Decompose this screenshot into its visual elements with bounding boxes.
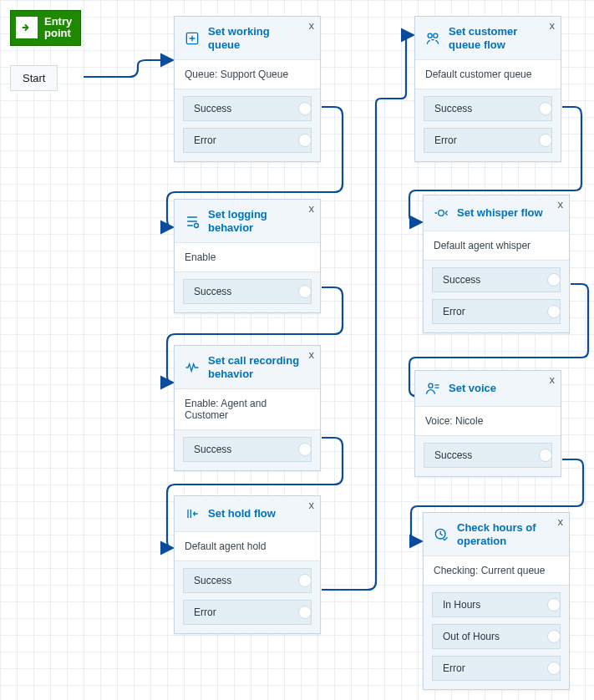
svg-point-2 [434, 33, 438, 38]
block-set-working-queue[interactable]: x Set working queue Queue: Support Queue… [174, 16, 321, 162]
waveform-icon [183, 358, 201, 377]
block-subtitle: Default agent hold [175, 531, 320, 561]
block-title: Set whisper flow [457, 206, 543, 220]
block-check-hours-of-operation[interactable]: x Check hours of operation Checking: Cur… [423, 512, 570, 690]
close-icon[interactable]: x [309, 348, 315, 361]
hold-arrow-icon [183, 505, 201, 523]
block-subtitle: Enable [175, 242, 320, 272]
output-success[interactable]: Success [183, 279, 312, 304]
output-success[interactable]: Success [183, 96, 312, 121]
svg-point-4 [439, 211, 444, 216]
start-output[interactable]: Start [10, 65, 58, 91]
output-success[interactable]: Success [432, 267, 561, 292]
voice-person-icon [424, 379, 442, 398]
output-in-hours[interactable]: In Hours [432, 592, 561, 617]
block-subtitle: Enable: Agent and Customer [175, 388, 320, 430]
block-title: Set hold flow [208, 507, 276, 520]
output-error[interactable]: Error [432, 656, 561, 681]
output-error[interactable]: Error [432, 299, 561, 324]
block-title: Check hours of operation [457, 521, 552, 547]
block-set-whisper-flow[interactable]: x Set whisper flow Default agent whisper… [423, 195, 570, 333]
block-title: Set working queue [208, 25, 303, 51]
close-icon[interactable]: x [558, 515, 564, 528]
block-set-hold-flow[interactable]: x Set hold flow Default agent hold Succe… [174, 495, 321, 634]
close-icon[interactable]: x [558, 198, 564, 211]
block-set-voice[interactable]: x Set voice Voice: Nicole Success [414, 370, 561, 477]
close-icon[interactable]: x [309, 19, 315, 32]
people-flow-icon [424, 29, 442, 48]
block-set-customer-queue-flow[interactable]: x Set customer queue flow Default custom… [414, 16, 561, 162]
output-out-of-hours[interactable]: Out of Hours [432, 624, 561, 649]
output-error[interactable]: Error [424, 128, 552, 153]
block-set-call-recording-behavior[interactable]: x Set call recording behavior Enable: Ag… [174, 345, 321, 471]
block-subtitle: Queue: Support Queue [175, 59, 320, 89]
output-success[interactable]: Success [183, 437, 312, 462]
queue-plus-icon [183, 29, 201, 48]
clock-check-icon [432, 525, 450, 544]
block-title: Set call recording behavior [208, 354, 303, 380]
output-success[interactable]: Success [183, 568, 312, 593]
svg-point-1 [428, 33, 432, 38]
entry-arrow-icon [16, 17, 38, 38]
close-icon[interactable]: x [550, 373, 556, 386]
block-subtitle: Default agent whisper [424, 231, 569, 261]
svg-point-5 [429, 383, 433, 388]
close-icon[interactable]: x [550, 19, 556, 32]
block-subtitle: Checking: Current queue [424, 555, 569, 586]
output-success[interactable]: Success [424, 96, 552, 121]
output-error[interactable]: Error [183, 128, 312, 153]
start-label: Start [23, 72, 45, 84]
entry-point-block[interactable]: Entry point [10, 10, 81, 46]
list-settings-icon [183, 212, 201, 231]
block-subtitle: Voice: Nicole [415, 406, 561, 436]
close-icon[interactable]: x [309, 202, 315, 215]
close-icon[interactable]: x [309, 499, 315, 511]
block-subtitle: Default customer queue [415, 59, 561, 89]
whisper-icon [432, 204, 450, 222]
block-title: Set customer queue flow [449, 25, 544, 51]
block-title: Set logging behavior [208, 208, 303, 234]
entry-title: Entry point [44, 16, 72, 40]
block-title: Set voice [449, 382, 496, 395]
block-set-logging-behavior[interactable]: x Set logging behavior Enable Success [174, 199, 321, 313]
output-success[interactable]: Success [424, 443, 552, 468]
svg-point-3 [195, 223, 199, 227]
output-error[interactable]: Error [183, 600, 312, 625]
